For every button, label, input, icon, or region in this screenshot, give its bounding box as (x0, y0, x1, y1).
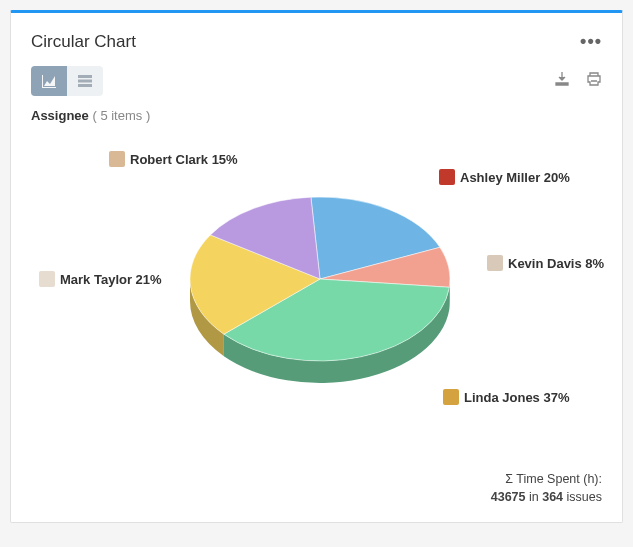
label-text: Linda Jones 37% (464, 390, 569, 405)
chart-area: Ashley Miller 20% Kevin Davis 8% Linda J… (31, 131, 602, 461)
slice-label-ashley: Ashley Miller 20% (439, 169, 570, 185)
slice-label-linda: Linda Jones 37% (443, 389, 569, 405)
summary-value: 43675 (491, 490, 526, 504)
avatar (439, 169, 455, 185)
slice-label-mark: Mark Taylor 21% (39, 271, 162, 287)
slice-label-robert: Robert Clark 15% (109, 151, 238, 167)
label-text: Ashley Miller 20% (460, 170, 570, 185)
summary-suffix: issues (567, 490, 602, 504)
summary-label: Σ Time Spent (h): (31, 471, 602, 489)
label-text: Robert Clark 15% (130, 152, 238, 167)
table-icon (77, 74, 93, 88)
label-text: Mark Taylor 21% (60, 272, 162, 287)
card-title: Circular Chart (31, 32, 136, 52)
label-text: Kevin Davis 8% (508, 256, 604, 271)
summary-mid: in (529, 490, 539, 504)
print-icon[interactable] (586, 71, 602, 91)
chart-view-button[interactable] (31, 66, 67, 96)
svg-rect-0 (556, 83, 568, 85)
avatar (39, 271, 55, 287)
summary-footer: Σ Time Spent (h): 43675 in 364 issues (31, 471, 602, 506)
card-header: Circular Chart ••• (31, 31, 602, 52)
action-icons (554, 71, 602, 91)
view-toggle (31, 66, 103, 96)
table-view-button[interactable] (67, 66, 103, 96)
avatar (487, 255, 503, 271)
download-icon[interactable] (554, 71, 570, 91)
group-count: ( 5 items ) (92, 108, 150, 123)
group-name: Assignee (31, 108, 89, 123)
chart-icon (41, 74, 57, 88)
pie-chart (185, 179, 455, 413)
slice-label-kevin: Kevin Davis 8% (487, 255, 604, 271)
more-options-icon[interactable]: ••• (580, 31, 602, 52)
summary-line: 43675 in 364 issues (31, 489, 602, 507)
chart-card: Circular Chart ••• Assignee ( 5 items ) (10, 10, 623, 523)
group-label: Assignee ( 5 items ) (31, 108, 602, 123)
avatar (109, 151, 125, 167)
summary-issues: 364 (542, 490, 563, 504)
toolbar (31, 66, 602, 96)
avatar (443, 389, 459, 405)
